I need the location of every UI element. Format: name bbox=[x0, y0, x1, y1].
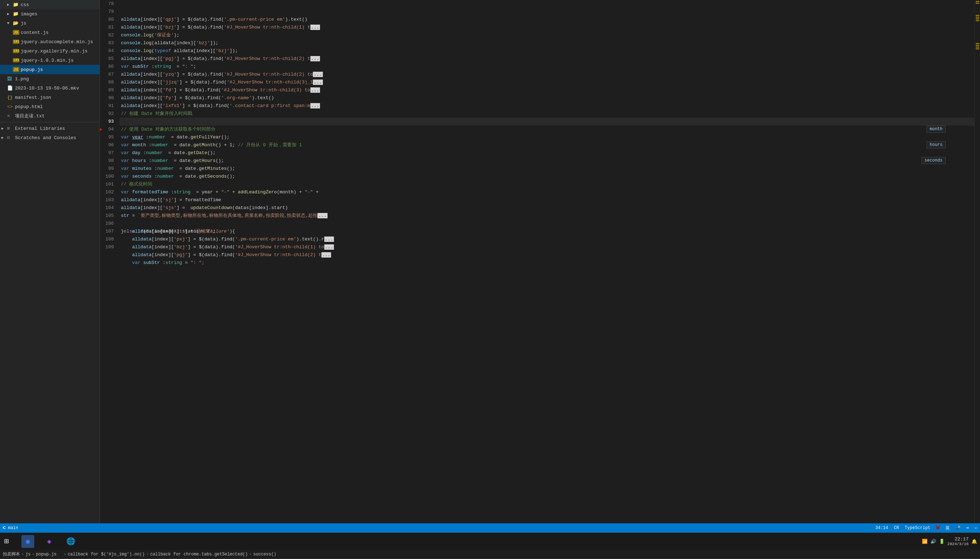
code-line-99: // 格式化时间 bbox=[119, 165, 974, 173]
json-file-icon: {} bbox=[7, 95, 13, 100]
cursor-position[interactable]: 34:14 bbox=[875, 526, 888, 531]
scroll-marker bbox=[976, 45, 979, 46]
ide-icon[interactable]: ◈ bbox=[43, 535, 56, 548]
js-file-icon: JS bbox=[13, 30, 19, 35]
keyboard-icon: ⌨ bbox=[967, 526, 969, 531]
scrollbar-gutter bbox=[974, 0, 980, 523]
sidebar-item-content-js[interactable]: JS content.js bbox=[0, 28, 99, 37]
breadcrumb-part-3[interactable]: popup.js bbox=[36, 552, 57, 557]
sidebar-item-jquery-183[interactable]: 101 jquery-1.8.3.min.js bbox=[0, 56, 99, 65]
scroll-marker bbox=[976, 1, 979, 2]
code-line-95: var day :number = date.getDate(); bbox=[119, 134, 974, 141]
chevron-down-icon: ▼ bbox=[7, 22, 13, 25]
breadcrumb-context-1[interactable]: callback for $('#js_img').on() bbox=[68, 552, 145, 557]
code-line-82: console.log(typeof alldata[index]['bzj']… bbox=[119, 31, 974, 39]
breadcrumb-part-2[interactable]: js bbox=[25, 552, 30, 557]
code-line-83: alldata[index]['pgj'] = $(data).find('#J… bbox=[119, 39, 974, 47]
code-line-80: console.log('保证金'); bbox=[119, 16, 974, 23]
scroll-marker bbox=[976, 48, 979, 49]
code-line-106: alldata[index]['pxj'] = $(data).find('.p… bbox=[119, 220, 974, 228]
code-line-90: // 创建 Date 对象并传入时间戳 bbox=[119, 94, 974, 102]
code-content[interactable]: alldata[index]['qpj'] = $(data).find('.p… bbox=[119, 0, 974, 523]
sidebar-item-external-libraries[interactable]: ▶ ⊞ External Libraries bbox=[0, 124, 99, 133]
folder-open-icon: 📂 bbox=[13, 20, 19, 26]
sidebar-item-manifest-json[interactable]: {} manifest.json bbox=[0, 93, 99, 102]
taskbar: ⊞ ◉ ◈ 🌐 📶 🔊 🔋 22:17 2024/3/16 🔔 bbox=[0, 533, 980, 550]
code-line-79: alldata[index]['bzj'] = $(data).find('#J… bbox=[119, 8, 974, 16]
code-line-104: ▼ }else if(datas[index].status=='failure… bbox=[119, 204, 974, 212]
folder-icon: 📁 bbox=[13, 11, 19, 17]
sidebar-item-label: 项目走读.txt bbox=[15, 113, 45, 119]
chevron-right-icon: ▶ bbox=[7, 3, 13, 7]
chevron-right-icon: ▶ bbox=[2, 136, 7, 140]
code-line-93: var year :number = date.getFullYear(); bbox=[119, 118, 974, 126]
notification-icon: 🔔 bbox=[972, 539, 977, 544]
type-tooltip-month: month bbox=[927, 126, 946, 133]
sidebar-item-label: 1.png bbox=[15, 76, 29, 82]
breadcrumb-context-3[interactable]: success() bbox=[253, 552, 276, 557]
wps-icon: W bbox=[936, 525, 940, 531]
line-numbers-gutter: 78 79 80 81 82 83 84 85 86 87 88 89 90 9… bbox=[100, 0, 119, 523]
code-line-102: alldata[index]['sjs'] = updateCountdown(… bbox=[119, 189, 974, 196]
code-line-91: var date :Date = new Date(datas[index].s… bbox=[119, 102, 974, 110]
code-line-88: alldata[index]['fy'] = $(data).find('.or… bbox=[119, 78, 974, 86]
js-file-icon: JS bbox=[13, 67, 19, 72]
sidebar-item-label: popup.html bbox=[15, 104, 43, 109]
breadcrumb-part-1[interactable]: 拍卖脚本 bbox=[3, 551, 20, 557]
folder-icon: 📁 bbox=[13, 2, 19, 8]
scroll-marker bbox=[976, 18, 979, 19]
sidebar-item-readme[interactable]: ≡ 项目走读.txt bbox=[0, 111, 99, 121]
sidebar-item-jquery-xgallerify[interactable]: 101 jquery.xgallerify.min.js bbox=[0, 46, 99, 56]
sidebar-item-label: Scratches and Consoles bbox=[15, 135, 76, 141]
scroll-marker bbox=[976, 3, 979, 3]
status-bar-right: 34:14 CR TypeScript W 英 🎤 ⌨ ⋯ bbox=[875, 525, 977, 531]
sidebar-item-js[interactable]: ▼ 📂 js bbox=[0, 18, 99, 28]
sidebar-item-popup-html[interactable]: <> popup.html bbox=[0, 102, 99, 111]
clock: 22:17 2024/3/16 bbox=[947, 536, 968, 546]
sidebar-item-label: manifest.json bbox=[15, 95, 51, 100]
txt-file-icon: ≡ bbox=[7, 113, 13, 119]
sidebar-item-jquery-autocomplete[interactable]: 101 jquery.autocomplete.min.js bbox=[0, 37, 99, 46]
js-min-file-icon: 101 bbox=[13, 49, 19, 53]
js-min-file-icon: 101 bbox=[13, 58, 19, 63]
tray-speaker: 🔊 bbox=[930, 539, 936, 544]
code-line-84: var subStr :string = ": "; bbox=[119, 47, 974, 55]
chevron-right-icon: ▶ bbox=[7, 12, 13, 16]
chrome-icon[interactable]: ◉ bbox=[21, 535, 34, 548]
sidebar-item-label: images bbox=[21, 12, 38, 17]
type-tooltip-hours: hours bbox=[927, 141, 946, 149]
sidebar-item-png[interactable]: 🖼 1.png bbox=[0, 74, 99, 83]
code-line-92: // 使用 Date 对象的方法获取各个时间部分 bbox=[119, 110, 974, 118]
code-line-108: alldata[index]['pgj'] = $(data).find('#J… bbox=[119, 235, 974, 243]
js-min-file-icon: 101 bbox=[13, 40, 19, 44]
system-tray: 📶 🔊 🔋 22:17 2024/3/16 🔔 bbox=[922, 536, 980, 546]
code-line-81: console.log(alldata[index]['bzj']); bbox=[119, 23, 974, 31]
scroll-marker bbox=[976, 17, 979, 18]
code-line-105: alldata[index]['zt'] ='已结束'; bbox=[119, 212, 974, 220]
status-bar: ⑆ main 34:14 CR TypeScript W 英 🎤 ⌨ ⋯ bbox=[0, 523, 980, 533]
language[interactable]: TypeScript bbox=[905, 526, 930, 531]
type-tooltip-seconds: seconds bbox=[922, 157, 946, 164]
sidebar-item-scratches[interactable]: ▶ ⊟ Scratches and Consoles bbox=[0, 133, 99, 142]
sidebar-item-css[interactable]: ▶ 📁 css bbox=[0, 0, 99, 9]
video-file-icon: 📄 bbox=[7, 85, 13, 91]
encoding[interactable]: CR bbox=[894, 526, 899, 531]
code-line-97: var minutes :number = date.getMinutes(); bbox=[119, 149, 974, 157]
scroll-marker bbox=[976, 20, 979, 21]
edge-icon[interactable]: 🌐 bbox=[64, 535, 77, 548]
sidebar-item-mkv[interactable]: 📄 2023-10-13 19-50-06.mkv bbox=[0, 83, 99, 93]
scroll-marker bbox=[976, 15, 979, 16]
tray-battery: 🔋 bbox=[939, 539, 945, 544]
sidebar-item-label: css bbox=[21, 2, 29, 8]
sidebar-item-popup-js[interactable]: JS popup.js bbox=[0, 65, 99, 74]
code-editor: 78 79 80 81 82 83 84 85 86 87 88 89 90 9… bbox=[100, 0, 980, 523]
start-button[interactable]: ⊞ bbox=[0, 535, 13, 548]
code-line-98: var seconds :number = date.getSeconds(); bbox=[119, 157, 974, 165]
status-bar-left: ⑆ main bbox=[3, 526, 18, 531]
html-file-icon: <> bbox=[7, 104, 13, 109]
scratch-icon: ⊟ bbox=[7, 135, 13, 141]
breadcrumb-context-2[interactable]: callback for chrome.tabs.getSelected() bbox=[150, 552, 248, 557]
sidebar-item-images[interactable]: ▶ 📁 images bbox=[0, 9, 99, 18]
extra-icons: ⋯ bbox=[975, 526, 977, 531]
sidebar-item-label: jquery.autocomplete.min.js bbox=[21, 39, 93, 45]
